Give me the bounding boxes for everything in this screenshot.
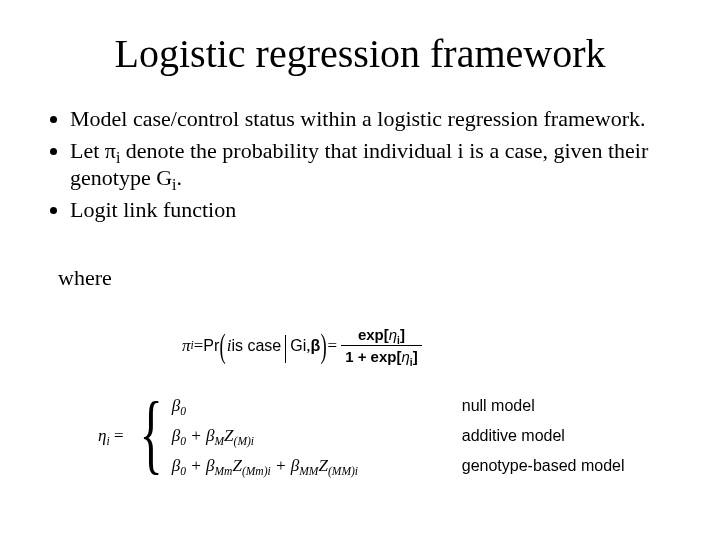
bullet-2-post: denote the probability that individual i…	[70, 138, 648, 191]
bullet-1: Model case/control status within a logis…	[70, 105, 680, 133]
eq-num-eta: η	[389, 326, 397, 343]
eq-den-rb: ]	[413, 348, 418, 365]
case2-formula: β0 + βMZ(M)i	[172, 426, 462, 446]
eq-condbar	[285, 335, 286, 363]
case3-label: genotype-based model	[462, 457, 652, 475]
case3-formula: β0 + βMmZ(Mm)i + βMMZ(MM)i	[172, 456, 462, 476]
eq-lparen: (	[220, 332, 226, 359]
bullet-3: Logit link function	[70, 196, 680, 224]
eta-lhs-sub: i	[106, 435, 109, 448]
case1-label: null model	[462, 397, 652, 415]
eq-pi: π	[182, 336, 191, 356]
slide: Logistic regression framework Model case…	[0, 0, 720, 540]
eq-iscase: is case	[231, 337, 281, 355]
equation-pi: πi = Pr ( i is case Gi , β ) = exp[ηi] 1…	[182, 326, 426, 365]
where-label: where	[58, 265, 680, 291]
eq-den-1plus: 1 +	[345, 348, 370, 365]
eq-num-rb: ]	[400, 326, 405, 343]
eq-eqsign2: =	[328, 336, 338, 356]
eq-beta: β	[310, 337, 320, 355]
eq-den-exp: exp	[371, 348, 397, 365]
case1-formula: β0	[172, 396, 462, 416]
slide-title: Logistic regression framework	[40, 30, 680, 77]
eq-pr: Pr	[203, 337, 219, 355]
eq-eqsign1: =	[194, 336, 204, 356]
eq-fraction: exp[ηi] 1 + exp[ηi]	[341, 326, 421, 365]
brace-icon: {	[139, 394, 162, 473]
equation-eta-cases: ηi = { β0 null model β0 + βMZ(M)i additi…	[98, 396, 652, 476]
bullet-2: Let πi denote the probability that indiv…	[70, 137, 680, 192]
eta-eq: =	[114, 426, 124, 445]
case2-label: additive model	[462, 427, 652, 445]
eq-G: G	[290, 337, 302, 355]
bullet-list: Model case/control status within a logis…	[52, 105, 680, 223]
eq-den-eta: η	[401, 348, 409, 365]
bullet-2-post2: .	[176, 165, 182, 190]
bullet-2-pre: Let π	[70, 138, 116, 163]
eq-num-exp: exp	[358, 326, 384, 343]
eq-rparen: )	[321, 332, 327, 359]
